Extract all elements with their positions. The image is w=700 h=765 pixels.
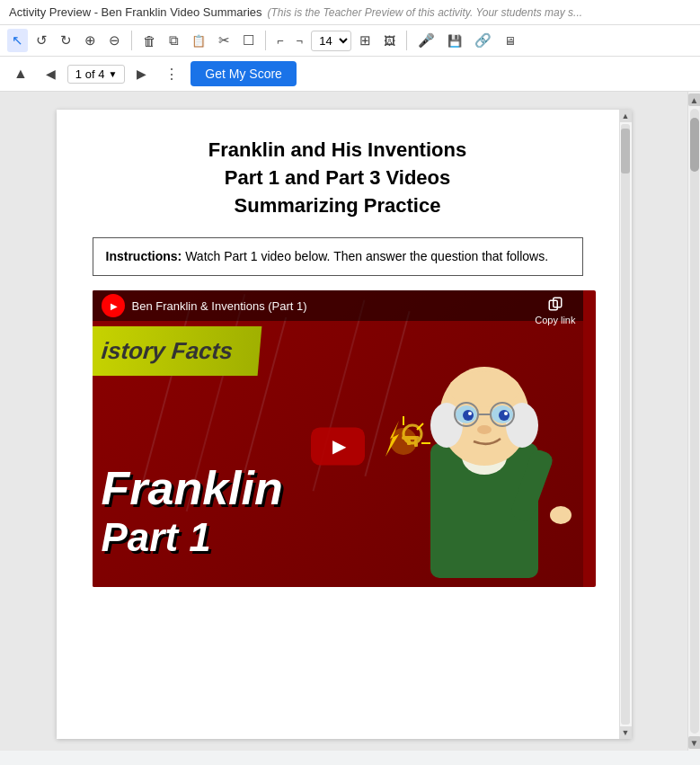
separator-3 <box>406 31 407 50</box>
copy-link-button[interactable]: Copy link <box>535 296 575 325</box>
cut-button[interactable]: ✂ <box>214 29 235 52</box>
page-title: Franklin and His Inventions Part 1 and P… <box>93 137 583 219</box>
copy-link-icon <box>547 296 563 315</box>
blank-icon: ☐ <box>243 32 254 49</box>
page-indicator-text: 1 of 4 <box>75 67 105 81</box>
toolbar: ↖ ↺ ↻ ⊕ ⊖ 🗑 ⧉ 📋 ✂ ☐ ⌐ ¬ 10 12 14 16 18 2… <box>0 25 700 57</box>
app-subtitle: (This is the Teacher Preview of this act… <box>268 6 583 19</box>
page-indicator[interactable]: 1 of 4 ▼ <box>67 65 125 84</box>
inner-scroll-thumb <box>621 129 630 173</box>
svg-point-26 <box>477 425 492 434</box>
image-icon: 🖼 <box>384 34 395 48</box>
zoom-out-icon: ⊖ <box>109 32 120 49</box>
scroll-thumb <box>690 118 699 172</box>
video-top-bar: Ben Franklin & Inventions (Part 1) <box>93 290 583 321</box>
scroll-track <box>690 109 699 734</box>
zoom-in-button[interactable]: ⊕ <box>80 29 101 52</box>
separator-2 <box>265 31 266 50</box>
get-score-button[interactable]: Get My Score <box>191 61 297 86</box>
svg-point-21 <box>468 412 472 415</box>
instructions-label: Instructions: <box>106 249 182 263</box>
youtube-logo <box>102 294 125 317</box>
banner-text: istory Facts <box>100 337 234 364</box>
copy-button[interactable]: ⧉ <box>164 29 183 52</box>
outer-scrollbar[interactable]: ▲ ▼ <box>687 92 700 751</box>
svg-point-28 <box>550 506 572 524</box>
instructions-box: Instructions: Watch Part 1 video below. … <box>93 237 583 276</box>
nav-bar: ▲ ◀ 1 of 4 ▼ ▶ ⋮ Get My Score <box>0 57 700 92</box>
crop1-icon: ⌐ <box>277 34 284 48</box>
svg-point-7 <box>390 428 417 455</box>
crop1-button[interactable]: ⌐ <box>272 31 288 51</box>
video-title: Ben Franklin & Inventions (Part 1) <box>132 299 307 313</box>
page-dropdown-icon: ▼ <box>108 69 117 79</box>
history-facts-banner: istory Facts <box>93 326 261 376</box>
video-inner: Ben Franklin & Inventions (Part 1) Copy … <box>93 290 583 587</box>
scroll-area[interactable]: ▲ ▼ Franklin and His Inventions Part 1 a… <box>0 92 687 751</box>
cut-icon: ✂ <box>218 32 230 49</box>
crop2-icon: ¬ <box>297 34 304 48</box>
grid-button[interactable]: ⊞ <box>355 29 376 52</box>
scroll-down-arrow[interactable]: ▼ <box>688 736 701 749</box>
copy-icon: ⧉ <box>169 32 179 49</box>
save-icon: 💾 <box>447 34 462 48</box>
paste-button[interactable]: 📋 <box>187 31 210 51</box>
inner-scroll-track <box>621 124 630 725</box>
svg-point-16 <box>448 371 520 407</box>
zoom-select[interactable]: 10 12 14 16 18 20 <box>311 31 351 51</box>
part1-big-text: Part 1 <box>102 515 211 560</box>
svg-point-19 <box>463 410 474 421</box>
video-container[interactable]: Ben Franklin & Inventions (Part 1) Copy … <box>93 290 596 587</box>
undo-icon: ↺ <box>36 32 48 49</box>
next-page-button[interactable]: ▶ <box>130 64 153 84</box>
zoom-in-icon: ⊕ <box>84 32 96 49</box>
undo-button[interactable]: ↺ <box>31 29 52 52</box>
sparkle-effect <box>368 407 439 479</box>
monitor-button[interactable]: 🖥 <box>500 31 520 51</box>
prev-page-button[interactable]: ◀ <box>40 64 62 84</box>
inner-scroll-up[interactable]: ▲ <box>620 110 632 122</box>
play-button[interactable] <box>311 428 365 466</box>
mic-icon: 🎤 <box>418 32 435 49</box>
scroll-up-arrow[interactable]: ▲ <box>688 93 701 106</box>
franklin-big-text: Franklin <box>102 461 283 515</box>
link-icon: 🔗 <box>474 32 492 49</box>
page-title-section: Franklin and His Inventions Part 1 and P… <box>93 137 596 219</box>
separator-1 <box>131 31 132 50</box>
cursor-icon: ↖ <box>12 32 23 49</box>
more-options-button[interactable]: ⋮ <box>158 63 185 85</box>
home-nav-button[interactable]: ▲ <box>7 63 34 85</box>
svg-point-22 <box>504 412 508 415</box>
link-button[interactable]: 🔗 <box>470 29 496 52</box>
redo-icon: ↻ <box>60 32 72 49</box>
blank-button[interactable]: ☐ <box>238 29 259 52</box>
copy-link-label: Copy link <box>535 315 575 325</box>
svg-point-20 <box>499 410 509 421</box>
page-content: ▲ ▼ Franklin and His Inventions Part 1 a… <box>57 110 632 739</box>
instructions-text: Watch Part 1 video below. Then answer th… <box>182 249 548 263</box>
mic-button[interactable]: 🎤 <box>413 29 439 52</box>
redo-button[interactable]: ↻ <box>56 29 76 52</box>
cursor-tool-button[interactable]: ↖ <box>7 29 28 52</box>
inner-scrollbar[interactable]: ▲ ▼ <box>619 110 632 739</box>
grid-icon: ⊞ <box>359 32 371 49</box>
zoom-out-button[interactable]: ⊖ <box>104 29 125 52</box>
save-button[interactable]: 💾 <box>443 31 466 51</box>
image-button[interactable]: 🖼 <box>379 31 400 51</box>
main-area: ▲ ▼ Franklin and His Inventions Part 1 a… <box>0 92 700 751</box>
crop2-button[interactable]: ¬ <box>292 31 308 51</box>
title-bar: Activity Preview - Ben Franklin Video Su… <box>0 0 700 25</box>
inner-scroll-down[interactable]: ▼ <box>620 726 632 739</box>
app-title: Activity Preview - Ben Franklin Video Su… <box>9 5 262 19</box>
trash-icon: 🗑 <box>143 33 156 49</box>
delete-button[interactable]: 🗑 <box>138 30 161 52</box>
monitor-icon: 🖥 <box>504 34 516 48</box>
paste-icon: 📋 <box>191 34 206 48</box>
